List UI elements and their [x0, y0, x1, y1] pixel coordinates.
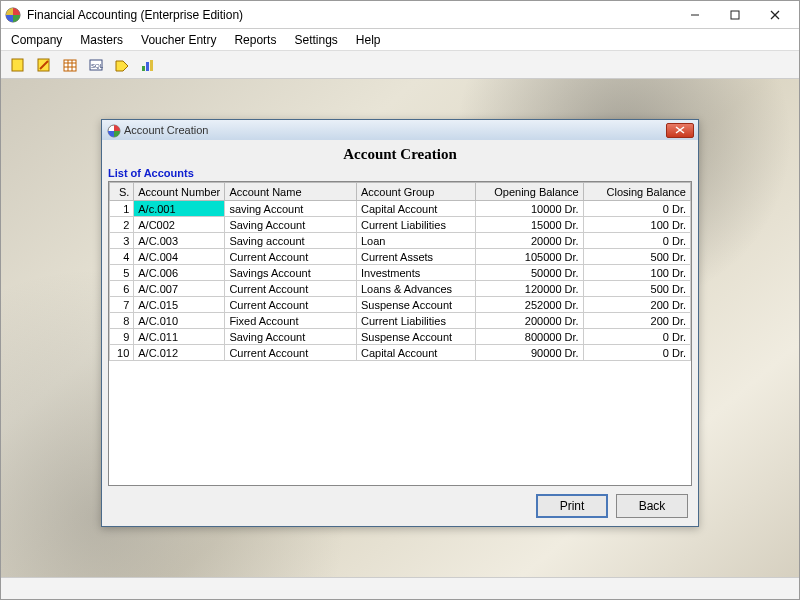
- cell-account-name: Fixed Account: [225, 313, 357, 329]
- maximize-button[interactable]: [715, 3, 755, 27]
- cell-s: 4: [110, 249, 134, 265]
- cell-account-group: Current Liabilities: [356, 217, 475, 233]
- cell-opening: 20000 Dr.: [476, 233, 583, 249]
- cell-account-group: Loan: [356, 233, 475, 249]
- table-row[interactable]: 3A/C.003Saving accountLoan20000 Dr.0 Dr.: [110, 233, 691, 249]
- page-title: Account Creation: [102, 140, 698, 167]
- cell-account-name: Saving account: [225, 233, 357, 249]
- menu-settings[interactable]: Settings: [294, 33, 337, 47]
- toolbar-calendar-icon[interactable]: [59, 55, 81, 75]
- cell-account-name: Saving Account: [225, 217, 357, 233]
- svg-text:SQL: SQL: [91, 63, 104, 69]
- table-row[interactable]: 10A/C.012Current AccountCapital Account9…: [110, 345, 691, 361]
- cell-closing: 100 Dr.: [583, 217, 690, 233]
- cell-opening: 252000 Dr.: [476, 297, 583, 313]
- cell-closing: 0 Dr.: [583, 329, 690, 345]
- toolbar-tag-icon[interactable]: [111, 55, 133, 75]
- cell-account-name: Current Account: [225, 281, 357, 297]
- cell-opening: 10000 Dr.: [476, 201, 583, 217]
- col-account-group[interactable]: Account Group: [356, 183, 475, 201]
- cell-opening: 90000 Dr.: [476, 345, 583, 361]
- cell-account-group: Current Assets: [356, 249, 475, 265]
- cell-s: 1: [110, 201, 134, 217]
- table-row[interactable]: 9A/C.011Saving AccountSuspense Account80…: [110, 329, 691, 345]
- cell-account-name: Current Account: [225, 249, 357, 265]
- cell-closing: 200 Dr.: [583, 297, 690, 313]
- svg-rect-18: [150, 60, 153, 71]
- cell-account-name: saving Account: [225, 201, 357, 217]
- cell-account-number: A/C.015: [134, 297, 225, 313]
- toolbar-edit-icon[interactable]: [33, 55, 55, 75]
- svg-rect-17: [146, 62, 149, 71]
- menubar: Company Masters Voucher Entry Reports Se…: [1, 29, 799, 51]
- cell-opening: 800000 Dr.: [476, 329, 583, 345]
- menu-masters[interactable]: Masters: [80, 33, 123, 47]
- cell-account-group: Capital Account: [356, 201, 475, 217]
- toolbar-chart-icon[interactable]: [137, 55, 159, 75]
- cell-account-name: Current Account: [225, 297, 357, 313]
- table-row[interactable]: 4A/C.004Current AccountCurrent Assets105…: [110, 249, 691, 265]
- menu-help[interactable]: Help: [356, 33, 381, 47]
- cell-s: 3: [110, 233, 134, 249]
- child-titlebar: Account Creation: [102, 120, 698, 140]
- col-account-number[interactable]: Account Number: [134, 183, 225, 201]
- list-title: List of Accounts: [108, 167, 692, 179]
- cell-account-number: A/C.003: [134, 233, 225, 249]
- table-row[interactable]: 7A/C.015Current AccountSuspense Account2…: [110, 297, 691, 313]
- statusbar: [1, 577, 799, 599]
- svg-rect-8: [64, 60, 76, 71]
- cell-account-number: A/C.007: [134, 281, 225, 297]
- close-button[interactable]: [755, 3, 795, 27]
- svg-marker-15: [116, 61, 128, 71]
- child-app-icon: [106, 123, 120, 137]
- cell-account-number: A/C.004: [134, 249, 225, 265]
- cell-account-number: A/C.012: [134, 345, 225, 361]
- cell-s: 10: [110, 345, 134, 361]
- mdi-client-area: Account Creation Account Creation List o…: [1, 79, 799, 577]
- cell-account-number: A/C002: [134, 217, 225, 233]
- cell-closing: 0 Dr.: [583, 201, 690, 217]
- table-row[interactable]: 5A/C.006Savings AccountInvestments50000 …: [110, 265, 691, 281]
- table-row[interactable]: 2A/C002Saving AccountCurrent Liabilities…: [110, 217, 691, 233]
- col-closing-balance[interactable]: Closing Balance: [583, 183, 690, 201]
- menu-voucher-entry[interactable]: Voucher Entry: [141, 33, 216, 47]
- child-close-button[interactable]: [666, 123, 694, 138]
- print-button[interactable]: Print: [536, 494, 608, 518]
- cell-s: 7: [110, 297, 134, 313]
- minimize-button[interactable]: [675, 3, 715, 27]
- toolbar: SQL: [1, 51, 799, 79]
- cell-s: 5: [110, 265, 134, 281]
- titlebar: Financial Accounting (Enterprise Edition…: [1, 1, 799, 29]
- cell-account-number: A/c.001: [134, 201, 225, 217]
- cell-opening: 105000 Dr.: [476, 249, 583, 265]
- svg-rect-2: [731, 11, 739, 19]
- cell-opening: 120000 Dr.: [476, 281, 583, 297]
- cell-opening: 200000 Dr.: [476, 313, 583, 329]
- accounts-grid[interactable]: S. Account Number Account Name Account G…: [108, 181, 692, 486]
- cell-account-number: A/C.010: [134, 313, 225, 329]
- menu-reports[interactable]: Reports: [234, 33, 276, 47]
- table-row[interactable]: 1A/c.001saving AccountCapital Account100…: [110, 201, 691, 217]
- table-row[interactable]: 6A/C.007Current AccountLoans & Advances1…: [110, 281, 691, 297]
- cell-account-number: A/C.006: [134, 265, 225, 281]
- col-account-name[interactable]: Account Name: [225, 183, 357, 201]
- toolbar-new-icon[interactable]: [7, 55, 29, 75]
- menu-company[interactable]: Company: [11, 33, 62, 47]
- cell-account-group: Investments: [356, 265, 475, 281]
- cell-opening: 50000 Dr.: [476, 265, 583, 281]
- cell-account-name: Savings Account: [225, 265, 357, 281]
- cell-closing: 0 Dr.: [583, 345, 690, 361]
- back-button[interactable]: Back: [616, 494, 688, 518]
- cell-account-name: Current Account: [225, 345, 357, 361]
- cell-s: 9: [110, 329, 134, 345]
- cell-closing: 500 Dr.: [583, 281, 690, 297]
- col-opening-balance[interactable]: Opening Balance: [476, 183, 583, 201]
- svg-rect-5: [12, 59, 23, 71]
- table-row[interactable]: 8A/C.010Fixed AccountCurrent Liabilities…: [110, 313, 691, 329]
- col-s[interactable]: S.: [110, 183, 134, 201]
- toolbar-sql-icon[interactable]: SQL: [85, 55, 107, 75]
- window-controls: [675, 3, 795, 27]
- cell-s: 2: [110, 217, 134, 233]
- cell-closing: 500 Dr.: [583, 249, 690, 265]
- cell-closing: 200 Dr.: [583, 313, 690, 329]
